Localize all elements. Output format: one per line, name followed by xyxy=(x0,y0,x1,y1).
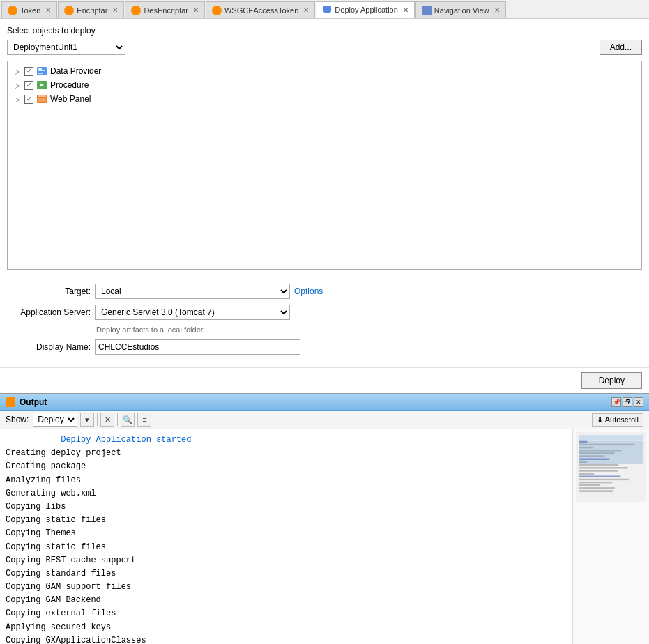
display-name-label: Display Name: xyxy=(7,342,91,352)
svg-rect-0 xyxy=(323,6,331,12)
separator-1 xyxy=(97,413,98,426)
output-panel: Output 📌 🗗 ✕ Show: Deploy ▾ ✕ 🔍 ≡ ⬇ Auto… xyxy=(0,393,649,644)
tab-encriptar-close[interactable]: ✕ xyxy=(112,6,118,14)
tab-token-label: Token xyxy=(20,6,40,15)
svg-rect-1 xyxy=(324,12,330,13)
tab-navview[interactable]: Navigation View ✕ xyxy=(415,1,506,18)
expand-webpanel-icon: ▷ xyxy=(13,95,22,103)
tab-token[interactable]: Token ✕ xyxy=(1,1,57,18)
tab-encriptar-icon xyxy=(64,6,74,15)
tab-navview-icon xyxy=(422,6,432,15)
expand-dataprovider-icon: ▷ xyxy=(13,68,22,75)
autoscroll-button[interactable]: ⬇ Autoscroll xyxy=(592,413,643,427)
dataprovider-label: Data Provider xyxy=(50,66,101,76)
tab-deploy-icon xyxy=(322,5,332,15)
main-content: Select objects to deploy DeploymentUnit1… xyxy=(0,19,649,277)
objects-tree: ▷ Data Provider ▷ xyxy=(7,61,642,270)
restore-button[interactable]: 🗗 xyxy=(623,397,632,407)
tab-deploy-label: Deploy Application xyxy=(335,6,398,14)
tree-item-webpanel[interactable]: ▷ Web Panel xyxy=(10,92,639,106)
app-server-label: Application Server: xyxy=(7,307,91,317)
tab-navview-label: Navigation View xyxy=(434,6,489,15)
deploy-unit-row: DeploymentUnit1 Add... xyxy=(7,40,642,55)
close-output-button[interactable]: ✕ xyxy=(634,397,643,407)
output-header: Output 📌 🗗 ✕ xyxy=(0,394,649,411)
checkbox-dataprovider[interactable] xyxy=(24,67,33,76)
target-row: Target: Local Options xyxy=(7,284,642,299)
tab-token-icon xyxy=(8,6,17,15)
expand-procedure-icon: ▷ xyxy=(13,82,22,89)
output-sidebar xyxy=(572,429,649,644)
target-select[interactable]: Local xyxy=(95,284,290,299)
tab-bar: Token ✕ Encriptar ✕ DesEncriptar ✕ WSGCE… xyxy=(0,0,649,19)
select-objects-label: Select objects to deploy xyxy=(7,26,642,36)
clear-btn[interactable]: ✕ xyxy=(100,413,114,427)
output-icon xyxy=(6,397,15,407)
svg-rect-11 xyxy=(38,98,46,102)
output-toolbar: Show: Deploy ▾ ✕ 🔍 ≡ ⬇ Autoscroll xyxy=(0,411,649,429)
tab-wsgce-close[interactable]: ✕ xyxy=(303,6,309,14)
autoscroll-arrow-icon: ⬇ xyxy=(597,415,603,424)
add-button[interactable]: Add... xyxy=(600,40,642,55)
svg-rect-5 xyxy=(38,72,45,72)
checkbox-webpanel[interactable] xyxy=(24,95,33,104)
app-server-row: Application Server: Generic Servlet 3.0 … xyxy=(7,305,642,320)
autoscroll-label: Autoscroll xyxy=(605,415,639,424)
tree-item-dataprovider[interactable]: ▷ Data Provider xyxy=(10,64,639,78)
tab-deploy[interactable]: Deploy Application ✕ xyxy=(316,1,415,18)
display-name-row: Display Name: xyxy=(7,339,642,355)
tree-item-procedure[interactable]: ▷ Procedure xyxy=(10,78,639,92)
output-title-label: Output xyxy=(20,397,47,407)
hint-text: Deploy artifacts to a local folder. xyxy=(96,325,642,334)
svg-rect-4 xyxy=(38,70,45,71)
search-btn[interactable]: 🔍 xyxy=(121,413,135,427)
tab-encriptar[interactable]: Encriptar ✕ xyxy=(58,1,124,18)
wrap-btn[interactable]: ≡ xyxy=(137,413,151,427)
svg-rect-10 xyxy=(38,95,46,97)
output-title: Output xyxy=(6,397,47,407)
separator-2 xyxy=(117,413,118,426)
svg-rect-3 xyxy=(38,68,42,70)
deployment-unit-select[interactable]: DeploymentUnit1 xyxy=(7,40,125,55)
output-log: ========== Deploy Application started ==… xyxy=(0,429,572,644)
tab-wsgce-icon xyxy=(212,6,222,15)
config-section: Target: Local Options Application Server… xyxy=(0,277,649,367)
pin-button[interactable]: 📌 xyxy=(611,397,621,407)
checkbox-procedure[interactable] xyxy=(24,81,33,90)
dataprovider-icon xyxy=(36,66,47,77)
tab-desencriptar-close[interactable]: ✕ xyxy=(193,6,199,14)
tab-desencriptar-icon xyxy=(131,6,141,15)
deploy-row: Deploy xyxy=(0,367,649,393)
tab-encriptar-label: Encriptar xyxy=(77,6,107,15)
dropdown-btn[interactable]: ▾ xyxy=(80,413,94,427)
tab-desencriptar-label: DesEncriptar xyxy=(144,6,188,15)
tab-token-close[interactable]: ✕ xyxy=(45,6,51,14)
options-link[interactable]: Options xyxy=(294,286,323,296)
deploy-button[interactable]: Deploy xyxy=(581,372,642,389)
webpanel-label: Web Panel xyxy=(50,94,91,104)
procedure-label: Procedure xyxy=(50,80,89,90)
show-label: Show: xyxy=(6,415,29,424)
tab-wsgce[interactable]: WSGCEAccessToken ✕ xyxy=(206,1,315,18)
webpanel-icon xyxy=(36,93,47,105)
svg-rect-6 xyxy=(38,73,43,74)
tab-navview-close[interactable]: ✕ xyxy=(494,6,500,14)
tab-wsgce-label: WSGCEAccessToken xyxy=(224,6,298,15)
output-window-buttons: 📌 🗗 ✕ xyxy=(611,397,643,407)
show-select[interactable]: Deploy xyxy=(33,413,77,427)
target-label: Target: xyxy=(7,286,91,296)
display-name-input[interactable] xyxy=(95,339,300,355)
output-body: ========== Deploy Application started ==… xyxy=(0,429,649,644)
tab-deploy-close[interactable]: ✕ xyxy=(403,6,409,14)
procedure-icon xyxy=(36,79,47,91)
app-server-select[interactable]: Generic Servlet 3.0 (Tomcat 7) xyxy=(95,305,290,320)
tab-desencriptar[interactable]: DesEncriptar ✕ xyxy=(125,1,205,18)
